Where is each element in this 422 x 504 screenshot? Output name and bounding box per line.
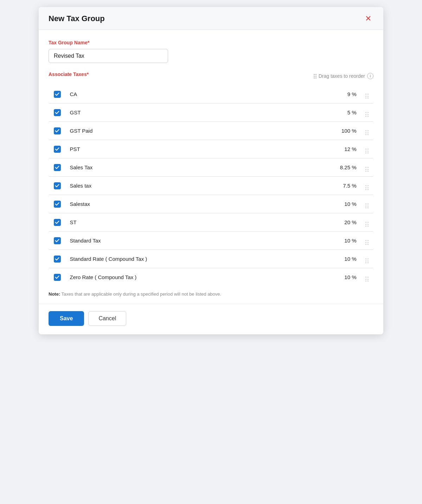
tax-checkbox[interactable] (54, 237, 61, 244)
table-row: Salestax 10 % (49, 195, 373, 213)
tax-name: GST Paid (66, 122, 281, 140)
save-button[interactable]: Save (49, 311, 84, 326)
drag-handle-icon[interactable] (365, 222, 369, 227)
drag-hint: Drag taxes to reorder i (314, 73, 373, 79)
associate-taxes-label: Associate Taxes* (49, 71, 89, 77)
info-icon[interactable]: i (367, 73, 373, 79)
drag-handle-icon[interactable] (365, 277, 369, 282)
drag-handle-cell[interactable] (361, 122, 373, 140)
table-row: Zero Rate ( Compound Tax ) 10 % (49, 268, 373, 286)
drag-handle-cell[interactable] (361, 140, 373, 158)
tax-rate: 100 % (281, 122, 360, 140)
modal-footer: Save Cancel (39, 304, 383, 334)
drag-handle-icon[interactable] (365, 130, 369, 135)
tax-name: GST (66, 103, 281, 122)
tax-rate: 10 % (281, 268, 360, 286)
drag-handle-icon[interactable] (365, 167, 369, 172)
drag-handle-cell[interactable] (361, 177, 373, 195)
tax-rate: 10 % (281, 250, 360, 268)
table-row: CA 9 % (49, 85, 373, 103)
tax-rate: 9 % (281, 85, 360, 103)
tax-checkbox[interactable] (54, 219, 61, 226)
drag-handle-icon[interactable] (365, 240, 369, 245)
tax-rate: 20 % (281, 213, 360, 232)
drag-handle-cell[interactable] (361, 103, 373, 122)
tax-checkbox[interactable] (54, 164, 61, 171)
drag-handle-icon[interactable] (365, 94, 369, 99)
checkbox-cell[interactable] (49, 158, 66, 177)
tax-name: Salestax (66, 195, 281, 213)
close-button[interactable]: ✕ (363, 14, 373, 23)
tax-checkbox[interactable] (54, 91, 61, 98)
taxes-table: CA 9 % GST 5 % (49, 85, 373, 286)
tax-name: Sales tax (66, 177, 281, 195)
checkbox-cell[interactable] (49, 85, 66, 103)
table-row: Sales tax 7.5 % (49, 177, 373, 195)
tax-name: Standard Tax (66, 232, 281, 250)
table-row: Standard Tax 10 % (49, 232, 373, 250)
modal-body: Tax Group Name* Associate Taxes* Drag ta… (39, 30, 383, 304)
tax-rate: 12 % (281, 140, 360, 158)
tax-name: ST (66, 213, 281, 232)
checkbox-cell[interactable] (49, 140, 66, 158)
drag-handle-cell[interactable] (361, 213, 373, 232)
drag-handle-cell[interactable] (361, 195, 373, 213)
drag-handle-cell[interactable] (361, 158, 373, 177)
drag-handle-cell[interactable] (361, 250, 373, 268)
tax-checkbox[interactable] (54, 256, 61, 263)
tax-group-name-input[interactable] (49, 49, 168, 63)
drag-handle-cell[interactable] (361, 232, 373, 250)
tax-rate: 7.5 % (281, 177, 360, 195)
cancel-button[interactable]: Cancel (88, 311, 126, 326)
note-label: Note: (49, 291, 60, 297)
table-row: ST 20 % (49, 213, 373, 232)
checkbox-cell[interactable] (49, 122, 66, 140)
tax-checkbox[interactable] (54, 182, 61, 189)
modal-header: New Tax Group ✕ (39, 7, 383, 30)
tax-name: Zero Rate ( Compound Tax ) (66, 268, 281, 286)
checkbox-cell[interactable] (49, 213, 66, 232)
drag-handle-cell[interactable] (361, 268, 373, 286)
tax-checkbox[interactable] (54, 146, 61, 153)
tax-rate: 5 % (281, 103, 360, 122)
table-row: GST 5 % (49, 103, 373, 122)
tax-checkbox[interactable] (54, 109, 61, 116)
tax-rate: 8.25 % (281, 158, 360, 177)
checkbox-cell[interactable] (49, 268, 66, 286)
table-row: PST 12 % (49, 140, 373, 158)
note-section: Note: Taxes that are applicable only dur… (49, 291, 373, 297)
table-row: Sales Tax 8.25 % (49, 158, 373, 177)
checkbox-cell[interactable] (49, 103, 66, 122)
note-text: Taxes that are applicable only during a … (62, 291, 222, 297)
tax-checkbox[interactable] (54, 201, 61, 208)
tax-checkbox[interactable] (54, 127, 61, 134)
associate-taxes-header: Associate Taxes* Drag taxes to reorder i (49, 71, 373, 81)
tax-rate: 10 % (281, 195, 360, 213)
drag-handle-cell[interactable] (361, 85, 373, 103)
checkbox-cell[interactable] (49, 177, 66, 195)
drag-handle-icon[interactable] (365, 185, 369, 190)
checkbox-cell[interactable] (49, 195, 66, 213)
tax-name: Sales Tax (66, 158, 281, 177)
tax-rate: 10 % (281, 232, 360, 250)
tax-group-name-label: Tax Group Name* (49, 40, 373, 45)
drag-handle-icon[interactable] (365, 149, 369, 153)
modal-title: New Tax Group (49, 14, 105, 23)
table-row: Standard Rate ( Compound Tax ) 10 % (49, 250, 373, 268)
checkbox-cell[interactable] (49, 232, 66, 250)
tax-checkbox[interactable] (54, 274, 61, 281)
new-tax-group-modal: New Tax Group ✕ Tax Group Name* Associat… (39, 7, 383, 334)
tax-name: PST (66, 140, 281, 158)
drag-handle-icon[interactable] (365, 258, 369, 263)
drag-handle-icon[interactable] (365, 203, 369, 208)
drag-handle-icon[interactable] (365, 112, 369, 117)
tax-name: Standard Rate ( Compound Tax ) (66, 250, 281, 268)
drag-dots-icon (314, 74, 316, 78)
drag-hint-label: Drag taxes to reorder (319, 73, 365, 79)
checkbox-cell[interactable] (49, 250, 66, 268)
table-row: GST Paid 100 % (49, 122, 373, 140)
tax-name: CA (66, 85, 281, 103)
